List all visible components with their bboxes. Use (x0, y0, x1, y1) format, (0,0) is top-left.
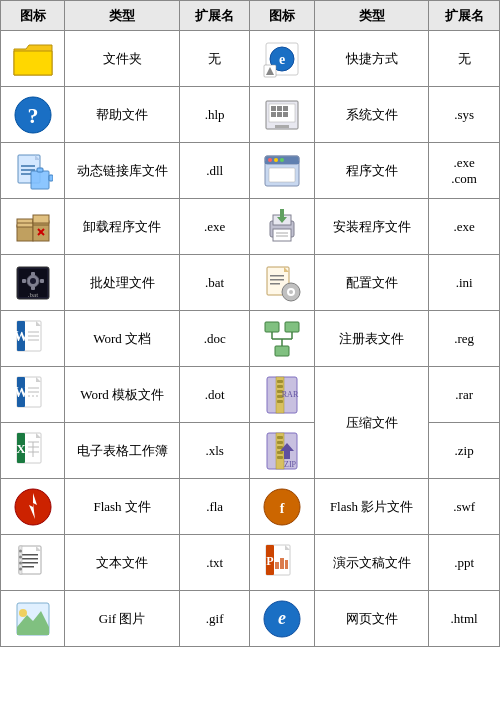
col-header-type1: 类型 (65, 1, 179, 31)
svg-rect-85 (277, 385, 283, 388)
table-row: W Word 模板文件 .dot (1, 367, 500, 423)
svg-rect-21 (49, 175, 53, 181)
svg-rect-114 (22, 566, 34, 568)
svg-rect-61 (283, 290, 287, 294)
svg-text:X: X (16, 441, 26, 456)
ext-setup: .exe (429, 199, 500, 255)
type-html: 网页文件 (314, 591, 428, 647)
svg-point-26 (274, 158, 278, 162)
svg-rect-70 (285, 322, 299, 332)
svg-rect-125 (285, 560, 288, 569)
svg-point-117 (19, 555, 22, 558)
svg-rect-32 (33, 215, 49, 223)
col-header-icon1: 图标 (1, 1, 65, 31)
svg-rect-48 (31, 286, 35, 290)
svg-rect-8 (271, 106, 276, 111)
type-reg: 注册表文件 (314, 311, 428, 367)
svg-rect-54 (270, 279, 284, 281)
type-gif: Gif 图片 (65, 591, 179, 647)
ext-help: .hlp (179, 87, 250, 143)
icon-gif (1, 591, 65, 647)
icon-swf: f (250, 479, 314, 535)
svg-rect-69 (265, 322, 279, 332)
table-row: 卸载程序文件 .exe 安装程序文 (1, 199, 500, 255)
type-bat: 批处理文件 (65, 255, 179, 311)
svg-text:W: W (14, 385, 28, 400)
svg-text:P: P (267, 554, 274, 568)
icon-rar: RAR (250, 367, 314, 423)
svg-text:e: e (279, 52, 285, 67)
ext-word-dot: .dot (179, 367, 250, 423)
col-header-type2: 类型 (314, 1, 428, 31)
type-excel: 电子表格工作簿 (65, 423, 179, 479)
svg-rect-103 (277, 456, 283, 459)
ext-reg: .reg (429, 311, 500, 367)
type-setup: 安装程序文件 (314, 199, 428, 255)
type-flash: Flash 文件 (65, 479, 179, 535)
svg-rect-14 (275, 125, 289, 128)
svg-point-58 (289, 290, 293, 294)
svg-rect-101 (277, 446, 283, 449)
ext-html: .html (429, 591, 500, 647)
icon-word-dot: W (1, 367, 65, 423)
svg-rect-10 (283, 106, 288, 111)
type-word-doc: Word 文档 (65, 311, 179, 367)
svg-text:.bat: .bat (28, 291, 38, 299)
svg-rect-12 (277, 112, 282, 117)
table-row: .bat 批处理文件 .bat (1, 255, 500, 311)
ext-ini: .ini (429, 255, 500, 311)
svg-point-128 (19, 609, 27, 617)
type-txt: 文本文件 (65, 535, 179, 591)
col-header-ext1: 扩展名 (179, 1, 250, 31)
svg-rect-19 (31, 171, 49, 189)
table-row: Gif 图片 .gif e 网页文件 .html (1, 591, 500, 647)
type-folder: 文件夹 (65, 31, 179, 87)
ext-dll: .dll (179, 143, 250, 199)
svg-rect-62 (295, 290, 299, 294)
icon-excel: X (1, 423, 65, 479)
table-row: W Word 文档 .doc (1, 311, 500, 367)
type-ini: 配置文件 (314, 255, 428, 311)
svg-rect-112 (22, 558, 38, 560)
svg-rect-102 (277, 451, 283, 454)
type-ppt: 演示文稿文件 (314, 535, 428, 591)
type-word-dot: Word 模板文件 (65, 367, 179, 423)
svg-rect-11 (271, 112, 276, 117)
svg-rect-50 (40, 279, 44, 283)
svg-text:ZIP: ZIP (284, 460, 297, 469)
ext-rar: .rar (429, 367, 500, 423)
icon-flash (1, 479, 65, 535)
svg-rect-39 (273, 229, 291, 241)
ext-excel: .xls (179, 423, 250, 479)
icon-zip: ZIP (250, 423, 314, 479)
svg-rect-88 (277, 400, 283, 403)
icon-ini (250, 255, 314, 311)
table-row: 动态链接库文件 .dll 程序文件 .exe.com (1, 143, 500, 199)
svg-point-116 (19, 549, 22, 552)
icon-ppt: P (250, 535, 314, 591)
svg-rect-124 (280, 558, 284, 569)
svg-point-46 (30, 278, 36, 284)
table-row: 文件夹 无 e 快捷方式 无 (1, 31, 500, 87)
ext-zip: .zip (429, 423, 500, 479)
svg-rect-113 (22, 562, 38, 564)
svg-rect-47 (31, 272, 35, 276)
svg-point-119 (19, 567, 22, 570)
svg-rect-16 (21, 165, 35, 167)
svg-rect-100 (277, 441, 283, 444)
icon-dll (1, 143, 65, 199)
svg-rect-129 (17, 627, 49, 635)
svg-rect-49 (22, 279, 26, 283)
ext-txt: .txt (179, 535, 250, 591)
icon-help: ? (1, 87, 65, 143)
icon-exe (250, 143, 314, 199)
table-row: ? 帮助文件 .hlp (1, 87, 500, 143)
col-header-ext2: 扩展名 (429, 1, 500, 31)
ext-sys: .sys (429, 87, 500, 143)
icon-folder (1, 31, 65, 87)
svg-rect-9 (277, 106, 282, 111)
svg-rect-55 (270, 283, 280, 285)
ext-flash: .fla (179, 479, 250, 535)
table-row: Flash 文件 .fla f Flash 影片文件 .swf (1, 479, 500, 535)
type-exe: 程序文件 (314, 143, 428, 199)
